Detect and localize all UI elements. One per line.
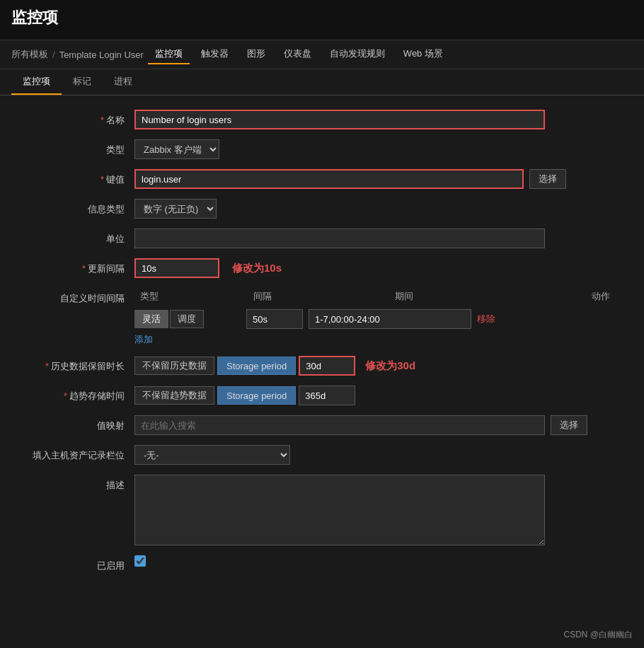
description-textarea[interactable] — [134, 475, 545, 545]
host-inventory-control: -无- — [134, 445, 616, 465]
col-action-header: 动作 — [573, 288, 616, 305]
name-label: *名称 — [28, 110, 134, 127]
col-period-header: 期间 — [389, 288, 573, 305]
info-type-label: 信息类型 — [28, 199, 134, 216]
tab-process[interactable]: 进程 — [103, 69, 144, 95]
history-label: *历史数据保留时长 — [28, 356, 134, 373]
breadcrumb-nav: 所有模板 / Template Login User 监控项 触发器 图形 仪表… — [0, 40, 644, 69]
tab-monitor-item[interactable]: 监控项 — [11, 69, 62, 95]
nav-item-web[interactable]: Web 场景 — [396, 45, 450, 64]
value-map-input[interactable] — [134, 415, 545, 435]
tab-tag[interactable]: 标记 — [62, 69, 103, 95]
history-storage-btn[interactable]: Storage period — [217, 357, 296, 375]
type-label: 类型 — [28, 139, 134, 156]
name-control — [134, 110, 616, 129]
info-type-control: 数字 (无正负) — [134, 199, 616, 219]
enabled-row: 已启用 — [28, 555, 616, 572]
main-content: *名称 类型 Zabbix 客户端 *键值 选择 信息类型 数字 (无正负) — [0, 96, 644, 596]
custom-interval-row: 自定义时间间隔 类型 间隔 期间 动作 灵活 调度 — [28, 288, 616, 346]
footer-brand: CSDN @白幽幽白 — [563, 629, 633, 641]
breadcrumb-all-templates[interactable]: 所有模板 — [11, 48, 48, 61]
key-select-button[interactable]: 选择 — [529, 169, 566, 189]
trend-control: 不保留趋势数据 Storage period — [134, 386, 616, 405]
breadcrumb-sep1: / — [52, 50, 55, 60]
name-input[interactable] — [134, 110, 545, 129]
key-control: 选择 — [134, 169, 616, 189]
breadcrumb-template-name[interactable]: Template Login User — [59, 50, 144, 60]
info-type-row: 信息类型 数字 (无正负) — [28, 199, 616, 219]
update-interval-control: 修改为10s — [134, 258, 616, 278]
description-row: 描述 — [28, 475, 616, 545]
trend-no-btn[interactable]: 不保留趋势数据 — [134, 386, 214, 405]
col-interval-header: 间隔 — [248, 288, 389, 305]
name-row: *名称 — [28, 110, 616, 129]
nav-item-graph[interactable]: 图形 — [240, 45, 272, 64]
update-interval-label: *更新间隔 — [28, 258, 134, 275]
update-interval-annotation: 修改为10s — [232, 262, 282, 275]
description-label: 描述 — [28, 475, 134, 492]
page-header: 监控项 — [0, 0, 644, 40]
history-value-input[interactable] — [299, 356, 355, 376]
custom-interval-section: 类型 间隔 期间 动作 灵活 调度 移除 添加 — [134, 288, 616, 346]
history-storage-row: 不保留历史数据 Storage period 修改为30d — [134, 356, 415, 376]
type-control: Zabbix 客户端 — [134, 139, 616, 159]
unit-control — [134, 228, 616, 248]
type-flexible-btn[interactable]: 灵活 — [134, 310, 168, 328]
value-map-label: 值映射 — [28, 415, 134, 432]
info-type-select[interactable]: 数字 (无正负) — [134, 199, 217, 219]
custom-interval-label: 自定义时间间隔 — [28, 288, 134, 305]
trend-storage-row: 不保留趋势数据 Storage period — [134, 386, 355, 405]
key-label: *键值 — [28, 169, 134, 186]
period-value-input[interactable] — [309, 309, 471, 329]
host-inventory-label: 填入主机资产记录栏位 — [28, 445, 134, 462]
value-map-control: 选择 — [134, 415, 616, 435]
trend-storage-btn[interactable]: Storage period — [217, 386, 296, 405]
description-control — [134, 475, 616, 545]
type-schedule-btn[interactable]: 调度 — [170, 310, 204, 328]
nav-item-monitor[interactable]: 监控项 — [148, 45, 190, 64]
add-interval-wrap: 添加 — [134, 333, 616, 346]
update-interval-row: *更新间隔 修改为10s — [28, 258, 616, 278]
history-row: *历史数据保留时长 不保留历史数据 Storage period 修改为30d — [28, 356, 616, 376]
col-type-header: 类型 — [134, 288, 248, 305]
unit-row: 单位 — [28, 228, 616, 248]
nav-item-trigger[interactable]: 触发器 — [194, 45, 236, 64]
add-interval-btn[interactable]: 添加 — [134, 333, 153, 346]
nav-item-dashboard[interactable]: 仪表盘 — [277, 45, 318, 64]
history-control: 不保留历史数据 Storage period 修改为30d — [134, 356, 616, 376]
page-title: 监控项 — [11, 7, 633, 28]
unit-input[interactable] — [134, 228, 545, 248]
host-inventory-row: 填入主机资产记录栏位 -无- — [28, 445, 616, 465]
enabled-checkbox-wrap — [134, 555, 146, 567]
key-input[interactable] — [134, 169, 524, 189]
enabled-label: 已启用 — [28, 555, 134, 572]
interval-type-group: 灵活 调度 — [134, 310, 241, 328]
interval-header: 类型 间隔 期间 动作 — [134, 288, 616, 305]
type-select[interactable]: Zabbix 客户端 — [134, 139, 219, 159]
history-annotation: 修改为30d — [365, 359, 415, 373]
trend-row: *趋势存储时间 不保留趋势数据 Storage period — [28, 386, 616, 405]
trend-label: *趋势存储时间 — [28, 386, 134, 403]
value-map-row: 值映射 选择 — [28, 415, 616, 435]
unit-label: 单位 — [28, 228, 134, 245]
trend-value-input[interactable] — [299, 386, 355, 405]
interval-value-input[interactable] — [246, 309, 303, 329]
update-interval-input[interactable] — [134, 258, 219, 278]
custom-interval-control: 类型 间隔 期间 动作 灵活 调度 移除 添加 — [134, 288, 616, 346]
type-row: 类型 Zabbix 客户端 — [28, 139, 616, 159]
enabled-checkbox[interactable] — [134, 555, 146, 567]
host-inventory-select[interactable]: -无- — [134, 445, 290, 465]
key-row: *键值 选择 — [28, 169, 616, 189]
interval-data-row: 灵活 调度 移除 — [134, 309, 616, 329]
remove-interval-btn[interactable]: 移除 — [477, 313, 495, 325]
tab-bar: 监控项 标记 进程 — [0, 69, 644, 96]
value-map-select-btn[interactable]: 选择 — [551, 415, 587, 435]
history-no-btn[interactable]: 不保留历史数据 — [134, 357, 214, 375]
nav-item-discovery[interactable]: 自动发现规则 — [323, 45, 392, 64]
enabled-control — [134, 555, 616, 567]
